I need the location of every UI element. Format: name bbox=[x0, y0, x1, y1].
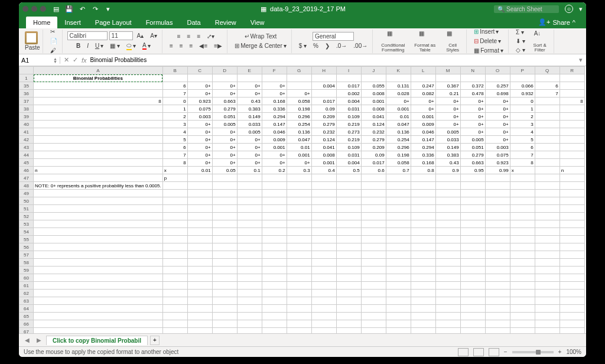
row-header[interactable]: 62 bbox=[19, 290, 34, 297]
column-header-M[interactable]: M bbox=[435, 67, 460, 74]
cell[interactable]: 0.075 bbox=[187, 105, 212, 113]
row-header[interactable]: 67 bbox=[19, 328, 34, 334]
cell[interactable] bbox=[535, 266, 560, 274]
tab-insert[interactable]: Insert bbox=[57, 17, 88, 28]
cell[interactable]: 0.046 bbox=[262, 128, 287, 136]
cell[interactable] bbox=[212, 320, 237, 328]
row-header[interactable]: 41 bbox=[19, 128, 34, 136]
cell[interactable]: 0.279 bbox=[460, 151, 485, 159]
cell[interactable]: 0+ bbox=[212, 136, 237, 144]
cell[interactable]: x bbox=[162, 167, 187, 174]
cell[interactable] bbox=[361, 274, 386, 282]
cell[interactable]: 0.004 bbox=[311, 82, 336, 90]
cell[interactable] bbox=[510, 320, 535, 328]
cell[interactable] bbox=[560, 236, 584, 243]
expand-formula-icon[interactable]: ▾ bbox=[575, 56, 586, 64]
row-header[interactable]: 51 bbox=[19, 205, 34, 213]
cell[interactable] bbox=[535, 74, 560, 82]
cell[interactable] bbox=[361, 174, 386, 182]
cell[interactable] bbox=[386, 328, 411, 334]
cell[interactable] bbox=[162, 313, 187, 320]
cell[interactable] bbox=[535, 159, 560, 167]
cell[interactable] bbox=[311, 243, 336, 251]
sheet-tab-active[interactable]: Click to copy Binomial Probabil bbox=[46, 336, 148, 345]
italic-button[interactable]: I bbox=[84, 41, 91, 50]
cell[interactable] bbox=[311, 320, 336, 328]
row-header[interactable]: 56 bbox=[19, 243, 34, 251]
cell[interactable] bbox=[386, 282, 411, 290]
cell[interactable] bbox=[535, 220, 560, 228]
cell[interactable] bbox=[336, 305, 361, 313]
cell[interactable] bbox=[510, 228, 535, 236]
cell[interactable] bbox=[435, 182, 460, 190]
cell[interactable]: 0.95 bbox=[460, 167, 485, 174]
formula-input[interactable]: Binomial Probabilities bbox=[90, 57, 147, 63]
cell[interactable] bbox=[311, 90, 336, 98]
cell[interactable] bbox=[187, 205, 212, 213]
cell[interactable]: 0+ bbox=[237, 136, 262, 144]
cell[interactable] bbox=[485, 190, 510, 197]
cell[interactable] bbox=[510, 259, 535, 266]
cell[interactable] bbox=[460, 259, 485, 266]
cell[interactable]: 0.2 bbox=[262, 167, 287, 174]
cell[interactable] bbox=[485, 259, 510, 266]
cell[interactable] bbox=[361, 313, 386, 320]
cell[interactable]: 0.209 bbox=[311, 113, 336, 121]
column-header-F[interactable]: F bbox=[262, 67, 287, 74]
outdent-icon[interactable]: ◀≡ bbox=[197, 41, 210, 50]
cell[interactable] bbox=[311, 236, 336, 243]
cell[interactable] bbox=[311, 259, 336, 266]
cell[interactable]: n bbox=[34, 167, 163, 174]
cell[interactable] bbox=[411, 290, 435, 297]
cell[interactable]: 0.01 bbox=[287, 144, 311, 151]
cell[interactable]: 0.008 bbox=[311, 151, 336, 159]
cell[interactable]: 0.009 bbox=[262, 136, 287, 144]
cell[interactable] bbox=[535, 151, 560, 159]
cell[interactable] bbox=[386, 259, 411, 266]
row-header[interactable]: 57 bbox=[19, 251, 34, 259]
cell[interactable] bbox=[411, 259, 435, 266]
format-as-table-button[interactable]: ▦Format as Table bbox=[412, 29, 438, 54]
cell[interactable] bbox=[560, 74, 584, 82]
cell[interactable] bbox=[535, 113, 560, 121]
cell[interactable] bbox=[34, 274, 163, 282]
cell[interactable]: 0.005 bbox=[237, 128, 262, 136]
add-sheet-button[interactable]: + bbox=[150, 336, 160, 345]
cell[interactable]: 0.136 bbox=[287, 128, 311, 136]
cell[interactable]: 0+ bbox=[460, 121, 485, 128]
cell[interactable]: 0.001 bbox=[262, 144, 287, 151]
cell[interactable] bbox=[411, 320, 435, 328]
cell[interactable] bbox=[510, 305, 535, 313]
cell[interactable] bbox=[187, 197, 212, 205]
cell[interactable] bbox=[237, 197, 262, 205]
cell[interactable]: 0 bbox=[162, 98, 187, 105]
cell[interactable] bbox=[162, 182, 187, 190]
cell[interactable] bbox=[262, 305, 287, 313]
cell[interactable]: 0.3 bbox=[287, 167, 311, 174]
cell[interactable] bbox=[485, 220, 510, 228]
cell[interactable] bbox=[361, 236, 386, 243]
cell[interactable] bbox=[485, 74, 510, 82]
cell[interactable] bbox=[34, 90, 163, 98]
cell[interactable] bbox=[510, 182, 535, 190]
cell[interactable] bbox=[510, 290, 535, 297]
cell[interactable] bbox=[386, 297, 411, 305]
cell[interactable] bbox=[361, 305, 386, 313]
cell[interactable] bbox=[460, 205, 485, 213]
cell[interactable] bbox=[311, 197, 336, 205]
cell[interactable]: 0.005 bbox=[435, 128, 460, 136]
cell[interactable] bbox=[311, 213, 336, 220]
row-header[interactable]: 39 bbox=[19, 113, 34, 121]
cell[interactable] bbox=[311, 305, 336, 313]
cell[interactable]: 0.296 bbox=[287, 113, 311, 121]
cell[interactable]: 3 bbox=[510, 121, 535, 128]
cell[interactable] bbox=[460, 328, 485, 334]
cell[interactable]: 0+ bbox=[237, 90, 262, 98]
cell[interactable] bbox=[361, 320, 386, 328]
cell[interactable] bbox=[212, 328, 237, 334]
cell[interactable]: 0.932 bbox=[510, 90, 535, 98]
cell[interactable] bbox=[336, 251, 361, 259]
cell[interactable]: 6 bbox=[535, 82, 560, 90]
cell[interactable]: 0.7 bbox=[386, 167, 411, 174]
cell[interactable] bbox=[485, 182, 510, 190]
